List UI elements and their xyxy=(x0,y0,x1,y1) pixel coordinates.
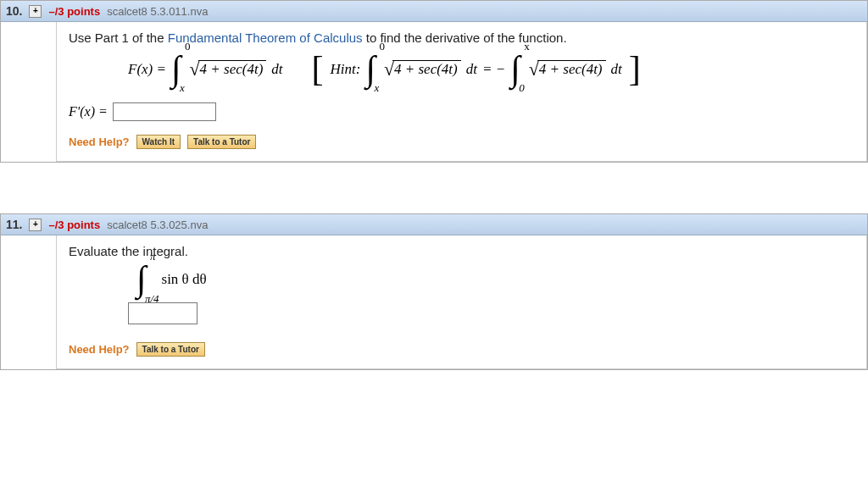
points-label: –/3 points xyxy=(48,219,100,231)
question-number: 10. xyxy=(6,4,22,18)
question-number: 11. xyxy=(6,218,22,231)
expand-icon[interactable]: + xyxy=(29,5,42,18)
integral-2: ∫ 0 x xyxy=(365,57,376,81)
need-help-row: Need Help? Watch It Talk to a Tutor xyxy=(69,135,854,149)
sqrt-1: 4 + sec(4t) xyxy=(190,58,267,80)
integral-3: ∫ x 0 xyxy=(510,57,520,81)
need-help-label: Need Help? xyxy=(69,343,130,356)
question-11-content: Evaluate the integral. ∫ π π/4 sin θ dθ … xyxy=(56,235,867,368)
expand-icon[interactable]: + xyxy=(29,219,42,231)
right-bracket-icon: ] xyxy=(629,57,641,81)
talk-to-tutor-button[interactable]: Talk to a Tutor xyxy=(187,135,256,149)
assignment-id: scalcet8 5.3.011.nva xyxy=(107,5,208,18)
assignment-id: scalcet8 5.3.025.nva xyxy=(107,219,208,231)
integral: ∫ π π/4 xyxy=(136,267,147,291)
sqrt-2: 4 + sec(4t) xyxy=(384,58,461,80)
question-11-block: 11. + –/3 points scalcet8 5.3.025.nva Ev… xyxy=(0,213,868,369)
watch-it-button[interactable]: Watch It xyxy=(136,135,181,149)
ftc-link[interactable]: Fundamental Theorem of Calculus xyxy=(168,30,363,45)
talk-to-tutor-button[interactable]: Talk to a Tutor xyxy=(136,342,205,357)
left-bracket-icon: [ xyxy=(312,57,324,81)
prompt-text: Evaluate the integral. xyxy=(69,244,854,258)
need-help-row: Need Help? Talk to a Tutor xyxy=(69,342,854,357)
answer-row: F'(x) = xyxy=(69,102,854,121)
formula-row: F(x) = ∫ 0 x 4 + sec(4t) dt [ Hint: ∫ 0 … xyxy=(69,57,854,81)
answer-input[interactable] xyxy=(113,102,216,121)
sqrt-3: 4 + sec(4t) xyxy=(529,58,606,80)
integral-row: ∫ π π/4 sin θ dθ xyxy=(69,267,854,291)
question-10-block: 10. + –/3 points scalcet8 5.3.011.nva Us… xyxy=(0,0,868,163)
question-10-content: Use Part 1 of the Fundamental Theorem of… xyxy=(56,22,867,162)
answer-input[interactable] xyxy=(128,302,198,324)
question-11-header: 11. + –/3 points scalcet8 5.3.025.nva xyxy=(1,214,867,235)
points-label: –/3 points xyxy=(48,5,100,18)
integral-1: ∫ 0 x xyxy=(171,57,181,81)
need-help-label: Need Help? xyxy=(69,136,130,148)
question-10-header: 10. + –/3 points scalcet8 5.3.011.nva xyxy=(1,1,867,22)
